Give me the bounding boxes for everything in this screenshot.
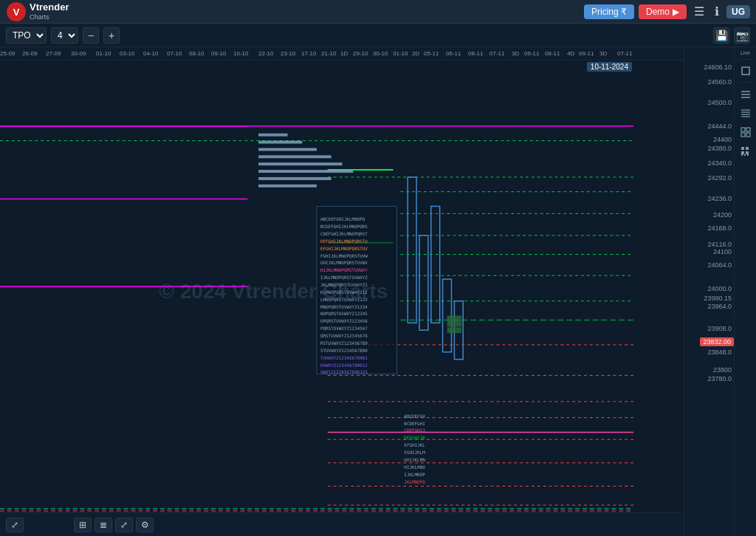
price-highlight-23832: 23832.00 xyxy=(700,337,734,346)
demo-play-icon: ▶ xyxy=(673,7,679,17)
time-label: 23-10 xyxy=(281,50,295,57)
svg-rect-8 xyxy=(258,170,353,173)
svg-text:MNOPQRSTUVWXYZ1234: MNOPQRSTUVWXYZ1234 xyxy=(320,305,368,309)
svg-text:VWXYZ1234567890123: VWXYZ1234567890123 xyxy=(320,370,368,374)
price-23848: 23848.0 xyxy=(707,348,732,356)
screenshot-button[interactable]: 📷 xyxy=(734,27,750,44)
time-label: 27-09 xyxy=(46,50,61,57)
demo-button[interactable]: Demo ▶ xyxy=(639,4,687,19)
chart-area[interactable]: 25-09 26-09 27-09 30-09 01-10 03-10 04-1… xyxy=(0,47,684,536)
svg-text:EFGHIJKL: EFGHIJKL xyxy=(404,443,425,447)
time-label: 29-10 xyxy=(353,50,368,57)
topbar-right: Pricing ₹ Demo ▶ ☰ ℹ UG xyxy=(584,3,750,20)
sidebar-icon-lines[interactable] xyxy=(738,86,754,102)
tpo-type-select[interactable]: TPO xyxy=(6,27,47,44)
tpo-interval-select[interactable]: 4 xyxy=(51,27,78,44)
time-label: 04-10 xyxy=(143,50,158,57)
svg-text:DEFGHIJK: DEFGHIJK xyxy=(404,436,425,440)
save-button[interactable]: 💾 xyxy=(713,27,729,44)
time-label: 09-11 xyxy=(524,50,539,57)
time-label: 30-10 xyxy=(373,50,388,57)
svg-text:FGHIJKLM: FGHIJKLM xyxy=(404,450,425,455)
svg-rect-63 xyxy=(741,147,744,150)
svg-text:FGHIJKLMNOPQRSTUVW: FGHIJKLMNOPQRSTUVW xyxy=(320,254,368,258)
logo-icon: V xyxy=(6,1,27,22)
minus-button[interactable]: − xyxy=(83,27,99,44)
svg-text:QRSTUVWXYZ12345678: QRSTUVWXYZ12345678 xyxy=(320,334,368,338)
svg-rect-69 xyxy=(747,154,749,156)
time-label: 25-09 xyxy=(0,50,15,57)
svg-text:RSTUVWXYZ123456789: RSTUVWXYZ123456789 xyxy=(320,341,368,346)
time-label: 05-11 xyxy=(424,50,439,57)
price-24168: 24168.0 xyxy=(707,224,732,232)
svg-rect-62 xyxy=(746,133,750,137)
main-layout: 25-09 26-09 27-09 30-09 01-10 03-10 04-1… xyxy=(0,47,756,536)
svg-rect-6 xyxy=(258,155,331,158)
time-label: 30-09 xyxy=(71,50,86,57)
svg-text:UVWXYZ123456789012: UVWXYZ123456789012 xyxy=(320,363,368,368)
svg-rect-3 xyxy=(258,134,287,137)
time-label: 1D xyxy=(340,50,348,57)
svg-text:EFGHIJKLMNOPQRSTUV: EFGHIJKLMNOPQRSTUV xyxy=(320,247,368,251)
time-label: 07-11 xyxy=(489,50,504,57)
price-24000: 24000.0 xyxy=(707,285,732,292)
svg-rect-48 xyxy=(447,315,462,326)
svg-rect-4 xyxy=(258,141,302,144)
list-view-button[interactable]: ≣ xyxy=(94,518,112,532)
time-label: 3D xyxy=(512,50,519,57)
settings-button[interactable]: ⚙ xyxy=(136,518,154,532)
time-label: 26-09 xyxy=(22,50,37,57)
svg-rect-60 xyxy=(746,128,750,131)
sidebar-divider-2 xyxy=(738,82,753,83)
logo-sub: Charts xyxy=(30,13,69,21)
price-23964: 23964.0 xyxy=(707,303,732,310)
svg-text:KLMNOPQRSTUVWXYZ12: KLMNOPQRSTUVWXYZ12 xyxy=(320,290,368,295)
time-label: 08-11 xyxy=(545,50,560,57)
time-label: 10-10 xyxy=(233,50,248,57)
chart-toolbar-left: TPO 4 − + xyxy=(6,27,120,44)
logo-area: V Vtrender Charts xyxy=(6,1,69,22)
sidebar-icon-cursor[interactable] xyxy=(738,63,754,79)
price-24400: 24400 xyxy=(713,136,732,143)
svg-rect-59 xyxy=(741,128,745,131)
save-icon: 💾 xyxy=(715,30,728,41)
price-24606: 24606.10 xyxy=(704,63,732,71)
info-button[interactable]: ℹ xyxy=(712,3,722,20)
plus-button[interactable]: + xyxy=(103,27,120,44)
price-24200: 24200 xyxy=(713,211,732,219)
price-24064: 24064.0 xyxy=(707,261,732,269)
svg-rect-65 xyxy=(741,151,744,154)
price-23980: 23980.15 xyxy=(704,295,732,302)
user-badge[interactable]: UG xyxy=(726,5,750,18)
time-label: 09-10 xyxy=(211,50,226,57)
svg-text:JKLMNOPQ: JKLMNOPQ xyxy=(404,480,425,484)
svg-text:GHIJKLMNOPQRSTUVWX: GHIJKLMNOPQRSTUVWX xyxy=(320,261,368,265)
live-label: Live xyxy=(740,50,750,56)
svg-text:IJKLMNOPQRSTUVWXYZ: IJKLMNOPQRSTUVWXYZ xyxy=(320,275,368,280)
sidebar-icon-dots[interactable] xyxy=(738,143,754,159)
grid-button[interactable]: ⊞ xyxy=(74,518,92,532)
fullscreen-button[interactable]: ⤢ xyxy=(6,518,24,532)
svg-rect-68 xyxy=(744,154,746,156)
price-24340: 24340.0 xyxy=(707,159,732,167)
svg-rect-44 xyxy=(419,236,428,330)
logo-name: Vtrender xyxy=(30,2,69,13)
topbar: V Vtrender Charts Pricing ₹ Demo ▶ ☰ ℹ U… xyxy=(0,0,756,24)
tpo-letters: ABCDEFGHIJKLMNOPQ xyxy=(320,217,365,221)
chart-toolbar: TPO 4 − + 💾 📷 xyxy=(0,24,756,47)
logo-text-block: Vtrender Charts xyxy=(30,2,69,20)
sidebar-icon-list[interactable] xyxy=(738,105,754,121)
svg-text:IJKLMNOP: IJKLMNOP xyxy=(404,473,425,477)
pricing-button[interactable]: Pricing ₹ xyxy=(584,4,634,19)
topbar-left: V Vtrender Charts xyxy=(6,1,69,22)
svg-text:JKLMNOPQRSTUVWXYZ1: JKLMNOPQRSTUVWXYZ1 xyxy=(320,283,368,287)
time-label: 31-10 xyxy=(393,50,408,57)
svg-rect-10 xyxy=(258,185,317,188)
svg-text:BCDEFGHIJKLMNOPQRS: BCDEFGHIJKLMNOPQRS xyxy=(320,224,368,229)
svg-text:DEFGHIJKLMNOPQRSTU: DEFGHIJKLMNOPQRSTU xyxy=(320,239,368,244)
expand-button[interactable]: ⤢ xyxy=(115,518,133,532)
sidebar-icon-grid[interactable] xyxy=(738,124,754,140)
time-label: 09-11 xyxy=(579,50,594,57)
menu-button[interactable]: ☰ xyxy=(691,3,707,20)
camera-icon: 📷 xyxy=(736,30,749,41)
